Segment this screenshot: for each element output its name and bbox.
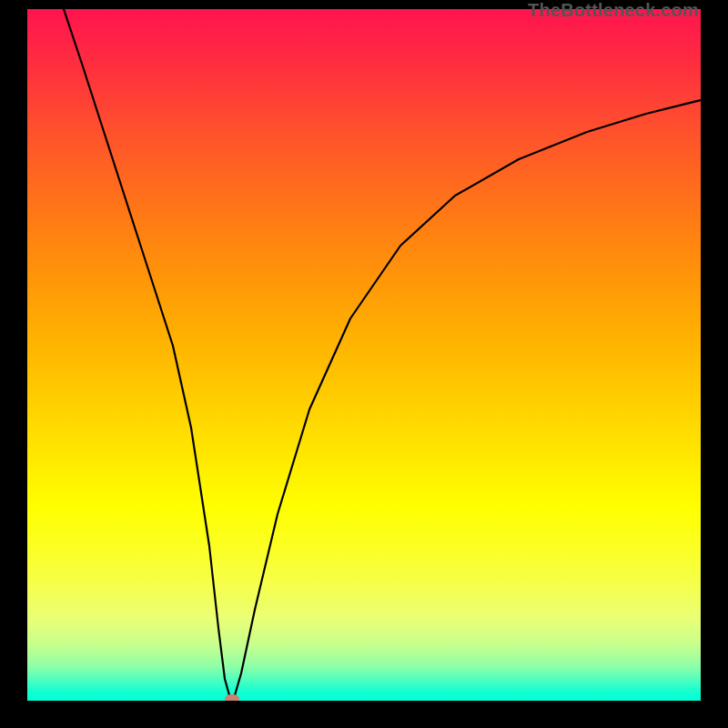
- curve-left: [64, 9, 232, 701]
- valley-marker-icon: [225, 694, 239, 701]
- chart-frame: TheBottleneck.com: [0, 0, 728, 728]
- curve-layer: [27, 9, 701, 701]
- plot-area: [27, 9, 701, 701]
- watermark-text: TheBottleneck.com: [528, 0, 699, 21]
- curve-right: [232, 100, 701, 701]
